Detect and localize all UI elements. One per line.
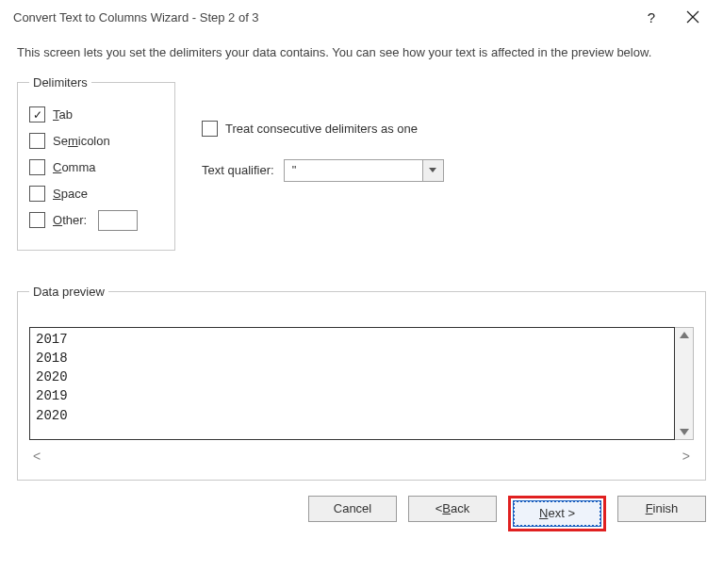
scroll-right-icon[interactable]: >	[682, 449, 690, 464]
data-preview-legend: Data preview	[29, 285, 108, 299]
delimiter-comma-checkbox[interactable]	[29, 159, 45, 175]
next-button[interactable]: Next >	[513, 500, 601, 527]
delimiter-semicolon-checkbox[interactable]	[29, 133, 45, 149]
delimiter-other-row[interactable]: Other:	[29, 210, 163, 231]
scroll-up-icon[interactable]	[680, 332, 689, 338]
titlebar: Convert Text to Columns Wizard - Step 2 …	[0, 0, 723, 34]
chevron-down-icon	[429, 168, 436, 172]
finish-button[interactable]: Finish	[617, 496, 706, 522]
back-button[interactable]: < Back	[408, 496, 497, 522]
preview-row: 2020	[36, 406, 668, 425]
delimiter-other-checkbox[interactable]	[29, 212, 45, 228]
text-qualifier-value: "	[285, 163, 304, 177]
vertical-scrollbar[interactable]	[675, 327, 694, 440]
next-button-highlight: Next >	[508, 496, 606, 531]
delimiters-legend: Delimiters	[29, 75, 91, 90]
delimiter-tab-row[interactable]: ✓ Tab	[29, 105, 163, 125]
delimiter-semicolon-label: Semicolon	[53, 134, 110, 148]
delimiter-other-label: Other:	[53, 213, 87, 227]
scroll-left-icon[interactable]: <	[33, 449, 41, 464]
preview-row: 2020	[36, 368, 668, 386]
delimiter-comma-label: Comma	[53, 160, 96, 174]
cancel-button[interactable]: Cancel	[308, 496, 397, 522]
treat-consecutive-checkbox[interactable]	[202, 121, 218, 137]
description-text: This screen lets you set the delimiters …	[17, 43, 706, 62]
delimiter-space-checkbox[interactable]	[29, 186, 45, 202]
scroll-down-icon[interactable]	[680, 429, 689, 435]
button-bar: Cancel < Back Next > Finish	[0, 481, 723, 531]
preview-row: 2019	[36, 386, 668, 405]
text-qualifier-dropdown-button[interactable]	[422, 160, 443, 181]
horizontal-scrollbar[interactable]: < >	[29, 448, 694, 465]
data-preview-group: Data preview 2017 2018 2020 2019 2020 < …	[17, 285, 706, 481]
treat-consecutive-row[interactable]: Treat consecutive delimiters as one	[202, 121, 444, 137]
delimiters-group: Delimiters ✓ Tab Semicolon Comma Space O…	[17, 75, 175, 251]
delimiter-other-input[interactable]	[98, 210, 138, 231]
delimiter-space-row[interactable]: Space	[29, 184, 163, 204]
preview-row: 2018	[36, 349, 668, 368]
window-title: Convert Text to Columns Wizard - Step 2 …	[13, 10, 631, 24]
data-preview-box: 2017 2018 2020 2019 2020	[29, 327, 675, 440]
preview-row: 2017	[36, 330, 668, 349]
delimiter-tab-checkbox[interactable]: ✓	[29, 106, 45, 122]
delimiter-space-label: Space	[53, 187, 88, 201]
delimiter-comma-row[interactable]: Comma	[29, 157, 163, 178]
text-qualifier-label: Text qualifier:	[202, 163, 274, 177]
help-icon[interactable]: ?	[631, 3, 672, 31]
delimiter-tab-label: Tab	[53, 107, 73, 122]
treat-consecutive-label: Treat consecutive delimiters as one	[225, 122, 418, 136]
text-qualifier-select[interactable]: "	[284, 159, 444, 182]
close-icon[interactable]	[672, 3, 714, 31]
delimiter-semicolon-row[interactable]: Semicolon	[29, 131, 163, 152]
